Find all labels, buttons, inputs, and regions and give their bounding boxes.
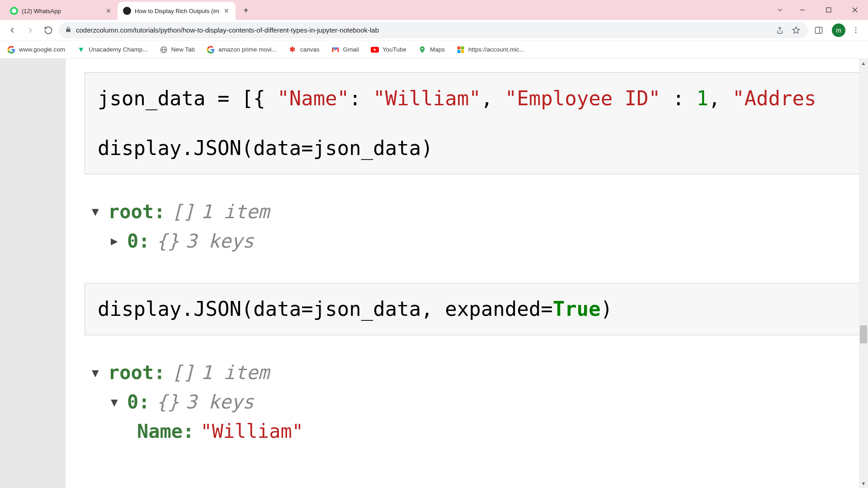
svg-point-7: [855, 27, 857, 28]
bookmark-microsoft[interactable]: https://account.mic...: [457, 46, 524, 54]
maps-icon: [418, 46, 426, 54]
code-cell-2: display.JSON(data=json_data, expanded=Tr…: [85, 283, 868, 335]
bookmark-gmail[interactable]: Gmail: [331, 46, 359, 54]
json-type: {}: [156, 226, 179, 256]
json-key: 0:: [127, 387, 150, 417]
bookmark-label: Maps: [430, 46, 445, 53]
svg-rect-2: [826, 8, 831, 12]
json-meta: 1 item: [201, 358, 269, 387]
page-content: json_data = [{ "Name": "William", "Emplo…: [0, 59, 868, 488]
google-icon: [7, 46, 15, 54]
svg-point-14: [421, 47, 423, 49]
kebab-menu-icon[interactable]: [848, 26, 863, 34]
code-cell-1: json_data = [{ "Name": "William", "Emplo…: [85, 72, 868, 174]
share-icon[interactable]: [774, 26, 786, 34]
bookmark-unacademy[interactable]: ▼ Unacademy Champ...: [77, 46, 148, 54]
browser-titlebar: (12) WhatsApp ✕ How to Display Rich Outp…: [0, 0, 868, 20]
tab-strip: (12) WhatsApp ✕ How to Display Rich Outp…: [0, 0, 254, 20]
json-meta: 1 item: [201, 197, 269, 226]
svg-rect-15: [458, 46, 461, 49]
bookmark-label: New Tab: [171, 46, 195, 53]
code-text: display.JSON(data=json_data, expanded=: [98, 297, 553, 320]
bookmark-maps[interactable]: Maps: [418, 46, 445, 54]
svg-rect-5: [816, 27, 822, 33]
svg-point-9: [855, 32, 857, 33]
close-button[interactable]: [842, 0, 868, 20]
close-icon[interactable]: ✕: [105, 7, 112, 14]
json-output-1: ▼ root: [] 1 item ▶ 0: {} 3 keys: [92, 197, 868, 256]
code-string: "Addres: [732, 87, 816, 110]
back-button[interactable]: [5, 23, 20, 38]
bookmark-label: www.google.com: [19, 46, 65, 53]
svg-point-0: [12, 9, 16, 13]
youtube-icon: [371, 46, 379, 54]
maximize-button[interactable]: [816, 0, 842, 20]
minimize-button[interactable]: [789, 0, 816, 20]
scroll-down-arrow[interactable]: ▼: [859, 479, 868, 488]
left-gutter: [0, 59, 66, 488]
collapse-toggle[interactable]: ▼: [92, 202, 102, 221]
reload-button[interactable]: [41, 23, 56, 38]
bookmark-canvas[interactable]: ✱ canvas: [288, 46, 320, 54]
bookmark-youtube[interactable]: YouTube: [371, 46, 406, 54]
json-key: 0:: [127, 226, 150, 256]
code-string: "Employee ID": [505, 87, 660, 110]
side-panel-icon[interactable]: [811, 23, 826, 38]
google-icon: [207, 46, 215, 54]
svg-rect-16: [461, 46, 464, 49]
bookmark-newtab[interactable]: New Tab: [160, 46, 195, 54]
code-bool: True: [553, 297, 601, 320]
svg-rect-17: [458, 50, 461, 53]
chevron-down-icon[interactable]: [770, 0, 789, 20]
scroll-thumb[interactable]: [860, 325, 867, 343]
json-key: root:: [108, 197, 165, 226]
collapse-toggle[interactable]: ▼: [92, 364, 102, 382]
main-content: json_data = [{ "Name": "William", "Emplo…: [66, 59, 868, 488]
bookmark-label: YouTube: [382, 46, 406, 53]
json-key: Name:: [137, 417, 194, 446]
url-text: coderzcolumn.com/tutorials/python/how-to…: [76, 26, 769, 34]
svg-point-8: [855, 29, 857, 31]
tab-title: (12) WhatsApp: [22, 8, 101, 14]
close-icon[interactable]: ✕: [223, 7, 230, 14]
json-meta: 3 keys: [185, 387, 254, 417]
bookmark-label: canvas: [300, 46, 320, 53]
code-string: "William": [373, 87, 481, 110]
unacademy-icon: ▼: [77, 46, 85, 54]
tab-coderzcolumn[interactable]: How to Display Rich Outputs (im ✕: [118, 2, 236, 20]
scroll-up-arrow[interactable]: ▲: [859, 59, 868, 68]
profile-avatar[interactable]: m: [832, 23, 845, 37]
json-type: []: [171, 197, 194, 226]
window-controls: [770, 0, 868, 20]
json-value: "William": [200, 417, 303, 446]
code-text: json_data = [{: [98, 87, 277, 110]
forward-button[interactable]: [23, 23, 38, 38]
whatsapp-icon: [10, 7, 18, 15]
code-string: "Name": [277, 87, 349, 110]
code-number: 1: [697, 87, 709, 110]
tab-whatsapp[interactable]: (12) WhatsApp ✕: [5, 2, 118, 20]
globe-icon: [160, 46, 168, 54]
json-output-2: ▼ root: [] 1 item ▼ 0: {} 3 keys Name: "…: [92, 358, 868, 446]
bookmark-amazon[interactable]: amazon prime movi...: [207, 46, 277, 54]
json-meta: 3 keys: [185, 226, 254, 256]
json-key: root:: [108, 358, 165, 387]
bookmark-label: Unacademy Champ...: [89, 46, 148, 53]
bookmarks-bar: www.google.com ▼ Unacademy Champ... New …: [0, 41, 868, 59]
collapse-toggle[interactable]: ▼: [111, 393, 121, 411]
browser-toolbar: coderzcolumn.com/tutorials/python/how-to…: [0, 20, 868, 41]
json-type: {}: [156, 387, 179, 417]
vertical-scrollbar[interactable]: ▲ ▼: [859, 59, 868, 488]
address-bar[interactable]: coderzcolumn.com/tutorials/python/how-to…: [59, 22, 808, 38]
gmail-icon: [331, 46, 340, 54]
canvas-icon: ✱: [288, 46, 297, 54]
site-icon: [123, 7, 131, 15]
expand-toggle[interactable]: ▶: [111, 232, 121, 250]
json-type: []: [171, 358, 194, 387]
bookmark-google[interactable]: www.google.com: [7, 46, 65, 54]
bookmark-label: https://account.mic...: [468, 46, 524, 53]
scroll-track[interactable]: [859, 68, 868, 479]
new-tab-button[interactable]: +: [238, 3, 254, 18]
tab-title: How to Display Rich Outputs (im: [135, 8, 219, 14]
bookmark-star-icon[interactable]: [790, 26, 802, 34]
